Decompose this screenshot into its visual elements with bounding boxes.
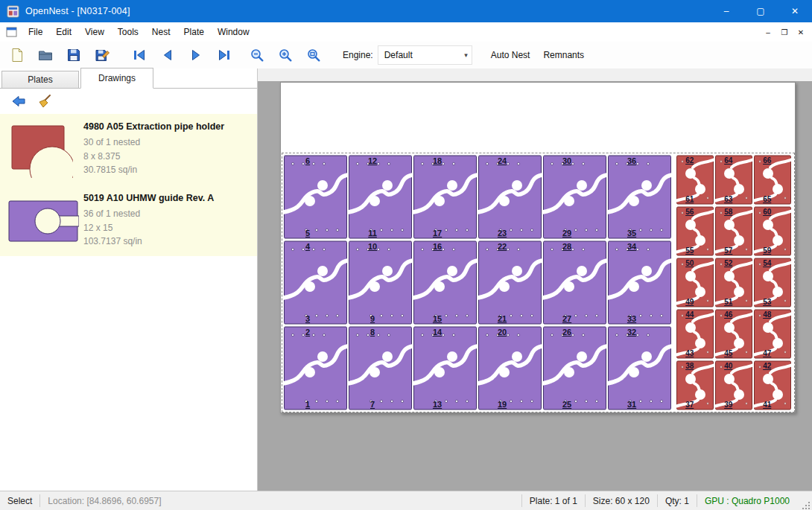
part-number: 56 bbox=[685, 208, 694, 216]
part-pair-shape bbox=[714, 308, 753, 360]
nested-part-pair[interactable]: 3635 bbox=[607, 154, 672, 240]
part-pair-shape bbox=[283, 240, 348, 325]
drawing-item-2[interactable]: 5019 A10 UHMW guide Rev. A 36 of 1 neste… bbox=[0, 185, 257, 256]
import-drawing-button[interactable] bbox=[7, 92, 30, 112]
nested-part-pair[interactable]: 1211 bbox=[348, 154, 413, 240]
nested-part-pair[interactable]: 3433 bbox=[607, 240, 672, 325]
status-gpu: GPU : Quadro P1000 bbox=[697, 496, 797, 506]
tab-drawings[interactable]: Drawings bbox=[80, 68, 153, 89]
part-thumbnail-red bbox=[6, 117, 80, 178]
minimize-button[interactable]: – bbox=[709, 0, 743, 22]
nested-part-pair[interactable]: 1413 bbox=[413, 325, 478, 411]
part-number: 46 bbox=[724, 310, 732, 319]
nested-part-pair[interactable]: 2625 bbox=[542, 325, 607, 411]
maximize-button[interactable]: ▢ bbox=[743, 0, 778, 22]
engine-value: Default bbox=[384, 50, 413, 60]
nested-part-pair[interactable]: 2423 bbox=[478, 154, 542, 240]
zoom-out-button[interactable] bbox=[244, 44, 270, 66]
part-number: 11 bbox=[368, 229, 377, 238]
broom-icon bbox=[37, 94, 54, 109]
nested-part-pair[interactable]: 1817 bbox=[413, 154, 478, 240]
menu-window[interactable]: Window bbox=[211, 23, 256, 41]
close-button[interactable]: ✕ bbox=[778, 0, 812, 22]
tab-plates[interactable]: Plates bbox=[1, 71, 79, 88]
nested-part-pair[interactable]: 3837 bbox=[676, 360, 714, 411]
nested-part-pair[interactable]: 4241 bbox=[753, 360, 792, 411]
part-pair-shape bbox=[676, 308, 714, 360]
part-pair-shape bbox=[542, 154, 607, 240]
nested-part-pair[interactable]: 65 bbox=[283, 154, 348, 240]
part-number: 35 bbox=[627, 229, 636, 238]
mdi-restore-button[interactable]: ❐ bbox=[776, 25, 793, 39]
menu-file[interactable]: File bbox=[22, 23, 49, 41]
mdi-minimize-button[interactable]: – bbox=[760, 25, 776, 39]
nest-canvas[interactable]: 6512111817242330293635431091615222128273… bbox=[258, 68, 812, 491]
menu-view[interactable]: View bbox=[78, 23, 111, 41]
save-as-button[interactable] bbox=[89, 44, 115, 66]
first-arrow-icon bbox=[132, 48, 147, 63]
part-number: 60 bbox=[763, 208, 771, 216]
part-number: 40 bbox=[724, 362, 732, 370]
clear-drawings-button[interactable] bbox=[34, 92, 57, 112]
menu-tools[interactable]: Tools bbox=[111, 23, 145, 41]
engine-select[interactable]: Default ▾ bbox=[378, 45, 472, 65]
part-number: 53 bbox=[763, 298, 771, 306]
next-plate-button[interactable] bbox=[183, 44, 209, 66]
nested-part-pair[interactable]: 6463 bbox=[714, 154, 753, 205]
nested-part-pair[interactable]: 4443 bbox=[676, 308, 714, 360]
zoom-fit-button[interactable] bbox=[301, 44, 326, 66]
nested-part-pair[interactable]: 5251 bbox=[714, 257, 753, 308]
part-number: 20 bbox=[498, 328, 507, 337]
part-pair-shape bbox=[676, 154, 714, 205]
mdi-close-button[interactable]: ✕ bbox=[793, 25, 809, 39]
nested-part-pair[interactable]: 4847 bbox=[753, 308, 792, 360]
menu-edit[interactable]: Edit bbox=[49, 23, 78, 41]
save-button[interactable] bbox=[61, 44, 86, 66]
nested-part-pair[interactable]: 5453 bbox=[753, 257, 792, 308]
part-number: 51 bbox=[724, 298, 732, 306]
nested-part-pair[interactable]: 2221 bbox=[478, 240, 542, 325]
nested-part-pair[interactable]: 6665 bbox=[753, 154, 792, 205]
first-plate-button[interactable] bbox=[127, 44, 152, 66]
nested-part-pair[interactable]: 109 bbox=[348, 240, 413, 325]
menubar: File Edit View Tools Nest Plate Window –… bbox=[0, 22, 812, 42]
nested-part-pair[interactable]: 21 bbox=[283, 325, 348, 411]
nested-part-pair[interactable]: 4645 bbox=[714, 308, 753, 360]
new-button[interactable] bbox=[4, 44, 30, 66]
menu-plate[interactable]: Plate bbox=[177, 23, 211, 41]
auto-nest-button[interactable]: Auto Nest bbox=[484, 45, 537, 66]
zoom-out-icon bbox=[250, 48, 264, 63]
part-number: 61 bbox=[685, 195, 694, 203]
open-button[interactable] bbox=[33, 44, 58, 66]
part-number: 32 bbox=[627, 328, 636, 337]
drawing-item-1[interactable]: 4980 A05 Extraction pipe holder 30 of 1 … bbox=[0, 114, 257, 185]
part-pair-shape bbox=[714, 205, 753, 257]
nested-part-pair[interactable]: 1615 bbox=[413, 240, 478, 325]
nested-part-pair[interactable]: 2827 bbox=[542, 240, 607, 325]
zoom-in-button[interactable] bbox=[273, 44, 298, 66]
nested-part-pair[interactable]: 4039 bbox=[714, 360, 753, 411]
previous-plate-button[interactable] bbox=[155, 44, 180, 66]
nested-part-pair[interactable]: 2019 bbox=[478, 325, 542, 411]
nested-part-pair[interactable]: 5857 bbox=[714, 205, 753, 257]
menu-nest[interactable]: Nest bbox=[145, 23, 177, 41]
resize-grip-icon[interactable] bbox=[797, 490, 812, 510]
nested-part-pair[interactable]: 87 bbox=[348, 325, 413, 411]
nested-part-pair[interactable]: 5655 bbox=[676, 205, 714, 257]
nested-part-pair[interactable]: 6261 bbox=[676, 154, 714, 205]
nested-part-pair[interactable]: 3029 bbox=[542, 154, 607, 240]
drawings-toolbar bbox=[0, 89, 257, 114]
part-pair-shape bbox=[478, 240, 542, 325]
part-number: 29 bbox=[562, 229, 571, 238]
nested-part-pair[interactable]: 3231 bbox=[607, 325, 672, 411]
part-number: 59 bbox=[763, 246, 771, 255]
part-number: 17 bbox=[433, 229, 442, 238]
nested-part-pair[interactable]: 43 bbox=[283, 240, 348, 325]
remnants-button[interactable]: Remnants bbox=[536, 45, 591, 66]
nested-part-pair[interactable]: 5049 bbox=[676, 257, 714, 308]
part-number: 36 bbox=[627, 156, 636, 165]
part-pair-shape bbox=[714, 257, 753, 308]
last-plate-button[interactable] bbox=[212, 44, 237, 66]
opennest-window: OpenNest - [N0317-004] – ▢ ✕ File Edit V… bbox=[0, 0, 812, 510]
nested-part-pair[interactable]: 6059 bbox=[753, 205, 792, 257]
